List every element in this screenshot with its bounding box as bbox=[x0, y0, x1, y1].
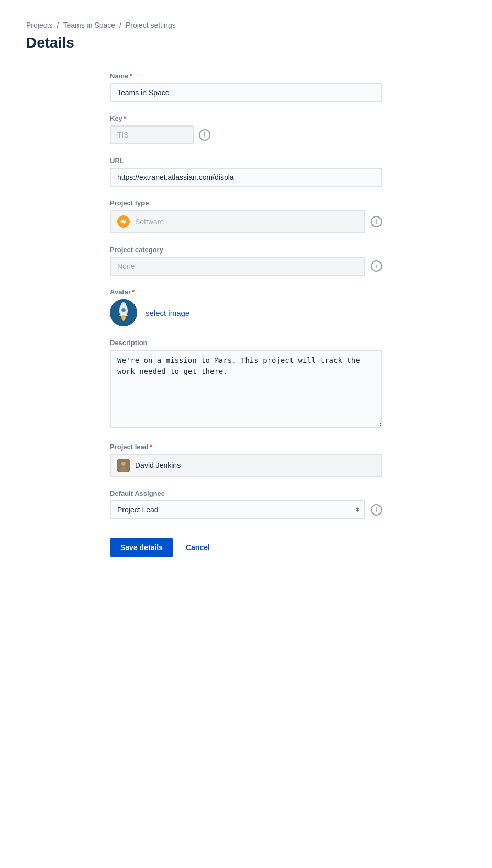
default-assignee-wrapper: Project Lead Unassigned ⬍ bbox=[110, 500, 365, 519]
project-lead-required: * bbox=[150, 443, 152, 451]
project-category-label: Project category bbox=[110, 246, 382, 254]
key-info-icon[interactable]: i bbox=[199, 129, 210, 141]
project-lead-value: David Jenkins bbox=[135, 461, 181, 470]
project-category-group: Project category i bbox=[110, 246, 382, 276]
svg-point-8 bbox=[122, 317, 125, 321]
project-type-icon bbox=[117, 215, 130, 228]
name-input[interactable] bbox=[110, 83, 382, 102]
project-type-info-icon[interactable]: i bbox=[371, 216, 382, 227]
name-group: Name* bbox=[110, 72, 382, 102]
svg-point-10 bbox=[121, 462, 126, 466]
description-label: Description bbox=[110, 339, 382, 347]
name-required: * bbox=[129, 72, 132, 80]
page-title: Details bbox=[26, 35, 466, 51]
lead-avatar bbox=[117, 459, 130, 472]
project-type-row: Software i bbox=[110, 210, 382, 233]
svg-point-4 bbox=[122, 309, 125, 312]
project-category-info-icon[interactable]: i bbox=[371, 260, 382, 272]
avatar-group: Avatar* bbox=[110, 288, 382, 326]
default-assignee-group: Default Assignee Project Lead Unassigned… bbox=[110, 489, 382, 519]
key-required: * bbox=[124, 115, 126, 122]
url-label: URL bbox=[110, 157, 382, 165]
key-input-row: i bbox=[110, 125, 382, 144]
url-group: URL bbox=[110, 157, 382, 187]
breadcrumb-current: Project settings bbox=[126, 21, 176, 29]
name-label: Name* bbox=[110, 72, 382, 80]
project-category-input[interactable] bbox=[110, 257, 365, 276]
button-row: Save details Cancel bbox=[110, 538, 382, 557]
avatar-label: Avatar* bbox=[110, 288, 382, 296]
key-group: Key* i bbox=[110, 115, 382, 144]
default-assignee-select[interactable]: Project Lead Unassigned bbox=[110, 500, 365, 519]
save-button[interactable]: Save details bbox=[110, 538, 173, 557]
avatar-image[interactable] bbox=[110, 299, 137, 326]
project-type-label: Project type bbox=[110, 199, 382, 207]
project-type-select[interactable]: Software bbox=[110, 210, 365, 233]
description-textarea[interactable]: We're on a mission to Mars. This project… bbox=[110, 350, 382, 428]
lead-avatar-inner bbox=[117, 459, 130, 472]
breadcrumb-teams-in-space[interactable]: Teams in Space bbox=[63, 21, 115, 29]
breadcrumb-sep-1: / bbox=[57, 21, 59, 29]
project-category-row: i bbox=[110, 257, 382, 276]
cancel-button[interactable]: Cancel bbox=[184, 538, 212, 557]
form-container: Name* Key* i URL Project type bbox=[110, 72, 382, 557]
url-input[interactable] bbox=[110, 168, 382, 187]
select-image-link[interactable]: select image bbox=[146, 309, 189, 317]
default-assignee-label: Default Assignee bbox=[110, 489, 382, 497]
breadcrumb-projects[interactable]: Projects bbox=[26, 21, 53, 29]
default-assignee-row: Project Lead Unassigned ⬍ i bbox=[110, 500, 382, 519]
breadcrumb-sep-2: / bbox=[119, 21, 121, 29]
project-lead-group: Project lead* David Jenkins bbox=[110, 443, 382, 477]
key-label: Key* bbox=[110, 115, 382, 122]
project-type-value: Software bbox=[135, 218, 164, 226]
project-lead-label: Project lead* bbox=[110, 443, 382, 451]
project-lead-field[interactable]: David Jenkins bbox=[110, 454, 382, 477]
key-input[interactable] bbox=[110, 125, 194, 144]
breadcrumb: Projects / Teams in Space / Project sett… bbox=[26, 21, 466, 29]
avatar-row: select image bbox=[110, 299, 382, 326]
project-type-group: Project type Software i bbox=[110, 199, 382, 233]
description-group: Description We're on a mission to Mars. … bbox=[110, 339, 382, 430]
default-assignee-info-icon[interactable]: i bbox=[371, 504, 382, 516]
avatar-required: * bbox=[132, 288, 135, 296]
